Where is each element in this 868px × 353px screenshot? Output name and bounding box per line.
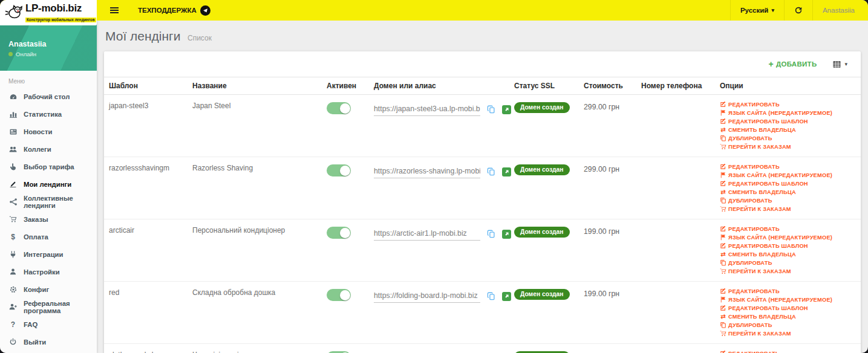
add-landing-button[interactable]: + ДОБАВИТЬ [768, 59, 817, 69]
hamburger-menu-icon[interactable] [104, 0, 125, 21]
row-option-link[interactable]: РЕДАКТИРОВАТЬ ШАБЛОН [720, 242, 861, 249]
table-view-button[interactable]: ▾ [832, 60, 847, 69]
sidebar-item-payment[interactable]: $ Оплата [0, 228, 97, 245]
current-user-name: Anastasiia [823, 7, 855, 14]
template-cell: razorlessshavingm [109, 164, 192, 172]
row-option-link[interactable]: ЯЗЫК САЙТА (НЕРЕДАКТИРУЕМОЕ) [720, 296, 861, 303]
page-title: Мої лендінги [105, 29, 181, 43]
row-option-link[interactable]: РЕДАКТИРОВАТЬ [720, 225, 861, 232]
sidebar-item-stats[interactable]: Статистика [0, 105, 97, 123]
ssl-status-cell: Домен создан [514, 226, 584, 238]
active-cell [327, 226, 374, 239]
row-option-link[interactable]: РЕДАКТИРОВАТЬ [720, 101, 861, 108]
copy-domain-icon[interactable] [487, 292, 495, 300]
domain-input[interactable] [374, 291, 480, 303]
domain-input[interactable] [374, 167, 480, 178]
row-option-link[interactable]: РЕДАКТИРОВАТЬ ШАБЛОН [720, 118, 861, 125]
copy-domain-icon[interactable] [487, 167, 495, 176]
column-header: Опции [720, 82, 861, 90]
column-header: Домен или алиас [374, 82, 514, 90]
template-cell: arcticair [109, 226, 192, 235]
row-option-link[interactable]: РЕДАКТИРОВАТЬ [720, 288, 861, 294]
price-cell: 199.00 грн [584, 227, 641, 236]
question-icon: ? [8, 320, 18, 329]
sidebar-item-integrations[interactable]: Интеграции [0, 245, 97, 263]
sidebar-item-settings[interactable]: Настройки [0, 263, 97, 280]
row-option-link[interactable]: ЯЗЫК САЙТА (НЕРЕДАКТИРУЕМОЕ) [720, 234, 861, 241]
domain-input[interactable] [374, 105, 480, 116]
row-option-link[interactable]: ⇄ СМЕНИТЬ ВЛАДЕЛЬЦА [720, 251, 861, 257]
open-site-icon[interactable] [502, 230, 511, 239]
sidebar-item-collective[interactable]: Коллективные лендинги [0, 193, 97, 210]
open-site-icon[interactable] [502, 292, 511, 301]
sidebar-item-colleagues[interactable]: Коллеги [0, 140, 97, 158]
sidebar-item-referral[interactable]: Реферальная программа [0, 298, 97, 316]
copy-domain-icon[interactable] [487, 105, 495, 114]
sidebar-user-panel: Anastasiia Онлайн [0, 21, 97, 71]
sidebar-item-label: FAQ [24, 321, 38, 328]
name-cell: Razorless Shaving [192, 164, 327, 172]
landings-card: + ДОБАВИТЬ ▾ ШаблонНазваниеАктивенДомен … [104, 51, 861, 353]
domain-cell [374, 164, 514, 178]
ssl-status-badge: Домен создан [514, 289, 570, 300]
domain-input[interactable] [374, 229, 480, 241]
sidebar-user-name: Anastasiia [8, 40, 47, 48]
edit-icon [720, 225, 726, 232]
active-toggle[interactable] [327, 289, 351, 301]
duplicate-icon [720, 197, 726, 204]
sidebar: Anastasiia Онлайн Меню Рабочий стол Стат… [0, 21, 97, 353]
top-bar-right: Русский ▾ Anastasiia [730, 0, 868, 21]
active-toggle[interactable] [327, 102, 351, 114]
row-option-link[interactable]: ДУБЛИРОВАТЬ [720, 135, 861, 141]
flag-icon [720, 234, 726, 241]
row-option-link[interactable]: ДУБЛИРОВАТЬ [720, 197, 861, 204]
row-option-link[interactable]: ПЕРЕЙТИ К ЗАКАЗАМ [720, 206, 861, 212]
copy-domain-icon[interactable] [487, 230, 495, 238]
row-option-link[interactable]: РЕДАКТИРОВАТЬ ШАБЛОН [720, 305, 861, 311]
table-body: japan-steel3 Japan Steel Домен создан [104, 95, 861, 353]
edit-icon [720, 350, 726, 353]
open-site-icon[interactable] [502, 105, 511, 114]
sidebar-item-tariff[interactable]: Выбор тарифа [0, 158, 97, 175]
row-option-link[interactable]: РЕДАКТИРОВАТЬ ШАБЛОН [720, 180, 861, 187]
sidebar-item-orders[interactable]: Заказы [0, 210, 97, 228]
row-option-link[interactable]: ДУБЛИРОВАТЬ [720, 259, 861, 266]
sidebar-item-news[interactable]: Новости [0, 123, 97, 140]
row-option-link[interactable]: ДУБЛИРОВАТЬ [720, 322, 861, 328]
edit-icon [720, 288, 726, 294]
active-toggle[interactable] [327, 227, 351, 239]
column-header: Название [192, 82, 327, 90]
row-option-link[interactable]: ПЕРЕЙТИ К ЗАКАЗАМ [720, 330, 861, 337]
row-option-link[interactable]: ПЕРЕЙТИ К ЗАКАЗАМ [720, 268, 861, 274]
row-option-link[interactable]: ⇄ СМЕНИТЬ ВЛАДЕЛЬЦА [720, 189, 861, 195]
row-option-link[interactable]: ПЕРЕЙТИ К ЗАКАЗАМ [720, 143, 861, 150]
row-option-link[interactable]: ⇄ СМЕНИТЬ ВЛАДЕЛЬЦА [720, 313, 861, 320]
sidebar-item-label: Интеграции [24, 251, 63, 258]
open-site-icon[interactable] [502, 167, 511, 176]
active-toggle[interactable] [327, 164, 351, 176]
language-dropdown[interactable]: Русский ▾ [730, 0, 784, 21]
card-toolbar: + ДОБАВИТЬ ▾ [104, 51, 861, 77]
edit-icon [720, 180, 726, 187]
sidebar-item-logout[interactable]: Выйти [0, 333, 97, 351]
row-option-link[interactable]: ЯЗЫК САЙТА (НЕРЕДАКТИРУЕМОЕ) [720, 109, 861, 116]
sidebar-item-faq[interactable]: ? FAQ [0, 316, 97, 333]
row-option-link[interactable]: ⇄ СМЕНИТЬ ВЛАДЕЛЬЦА [720, 126, 861, 133]
row-option-link[interactable]: РЕДАКТИРОВАТЬ [720, 163, 861, 170]
sidebar-item-config[interactable]: Конфиг [0, 280, 97, 298]
current-user-menu[interactable]: Anastasiia [812, 0, 868, 21]
row-option-link[interactable]: РЕДАКТИРОВАТЬ [720, 350, 861, 353]
sidebar-item-my-landings[interactable]: Мои лендинги [0, 175, 97, 193]
ssl-status-badge: Домен создан [514, 227, 570, 238]
page-header: Мої лендінги Список [104, 29, 861, 44]
sidebar-item-desktop[interactable]: Рабочий стол [0, 88, 97, 105]
tech-support-button[interactable]: ТЕХПОДДЕРЖКА [138, 5, 210, 16]
refresh-button[interactable] [784, 0, 812, 21]
gauge-icon [8, 92, 18, 101]
table-row: arcticair Персональний кондиціонер Домен [104, 219, 861, 282]
brand-logo[interactable]: LP-mobi.biz Конструктор мобильных лендин… [0, 0, 97, 25]
name-cell: Персональний кондиціонер [192, 226, 327, 235]
row-option-link[interactable]: ЯЗЫК САЙТА (НЕРЕДАКТИРУЕМОЕ) [720, 172, 861, 178]
news-icon [8, 127, 18, 136]
telegram-icon [200, 5, 210, 16]
